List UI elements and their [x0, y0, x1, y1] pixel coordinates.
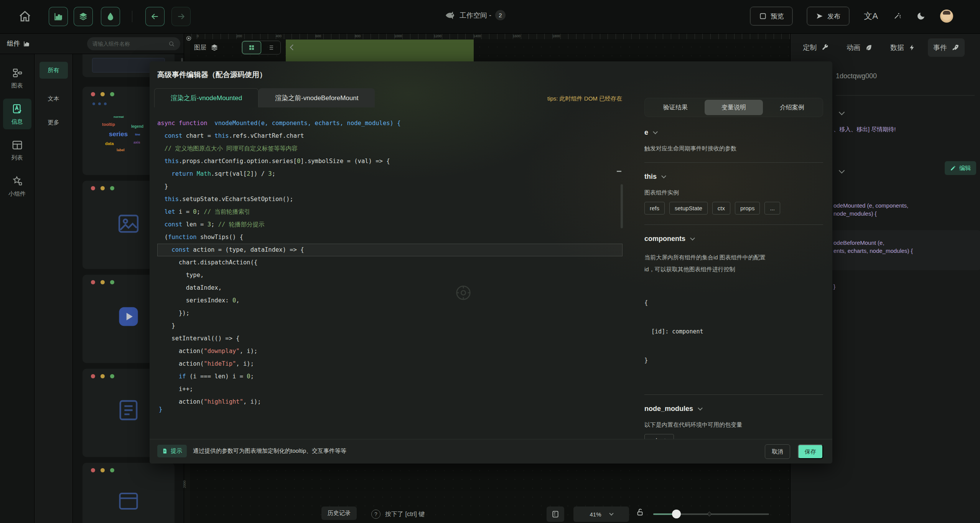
home-icon[interactable] [18, 10, 31, 25]
save-button[interactable]: 保存 [798, 444, 823, 459]
history-button[interactable]: 历史记录 [321, 507, 357, 520]
user-avatar[interactable] [940, 10, 953, 23]
rail-item-charts[interactable]: 图表 [3, 63, 31, 93]
theme-color-button[interactable] [101, 7, 120, 26]
publish-button[interactable]: 发布 [807, 7, 849, 25]
code-line[interactable]: action("hideTip", i); [157, 358, 623, 370]
tag-refs[interactable]: refs [644, 202, 665, 214]
tab-validation-result[interactable]: 验证结果 [646, 100, 705, 115]
code-line[interactable]: const action = (type, dataIndex) => { [157, 244, 623, 256]
zoom-select[interactable]: 41% [573, 507, 629, 522]
wordcloud-word: tooltip [102, 122, 115, 127]
ruler-number: 1600 [513, 34, 520, 38]
category-tab-all[interactable]: 所有 [40, 62, 68, 79]
code-line[interactable]: (function showTips() { [157, 231, 623, 244]
code-line[interactable]: seriesIndex: 0, [157, 294, 623, 307]
code-line[interactable]: dataIndex, [157, 282, 623, 294]
rail-item-info[interactable]: 信息 [3, 99, 31, 129]
tab-intro-examples[interactable]: 介绍案例 [763, 100, 821, 115]
tag-props[interactable]: props [735, 202, 760, 214]
layers-panel-toggle-button[interactable] [74, 7, 93, 26]
image-icon [116, 211, 141, 236]
rail-item-list[interactable]: 列表 [3, 135, 31, 165]
dark-mode-moon-icon[interactable] [916, 12, 926, 21]
undo-button[interactable] [145, 7, 165, 26]
code-line[interactable]: this.props.chartConfig.option.series[0].… [157, 155, 623, 168]
redo-button[interactable] [171, 7, 191, 26]
tab-customize[interactable]: 定制 [797, 38, 834, 57]
search-icon[interactable] [168, 41, 175, 47]
layers-icon [78, 12, 88, 21]
code-line[interactable]: const len = 3; // 轮播部分提示 [157, 218, 623, 231]
video-play-icon [117, 305, 140, 328]
panel-divider [836, 95, 975, 96]
ruler-corner-icon[interactable] [186, 35, 192, 43]
grid-view-button[interactable] [242, 41, 261, 54]
magic-wand-icon[interactable] [893, 12, 902, 21]
code-line[interactable]: if (i === len) i = 0; [157, 370, 623, 383]
code-line[interactable]: action("downplay", i); [157, 345, 623, 358]
component-search-input[interactable] [92, 41, 168, 47]
rail-item-widgets[interactable]: 小组件 [3, 171, 31, 201]
tab-animation[interactable]: 动画 [841, 38, 878, 57]
code-line[interactable]: setInterval(() => { [157, 332, 623, 345]
code-line[interactable]: let i = 0; // 当前轮播索引 [157, 206, 623, 218]
tab-vnode-mounted[interactable]: 渲染之后-vnodeMounted [154, 88, 259, 107]
section-this-header[interactable]: this [644, 173, 823, 181]
lock-toggle[interactable] [636, 508, 644, 516]
tab-data[interactable]: 数据 [885, 38, 921, 57]
tag-ellipsis[interactable]: ... [764, 202, 780, 214]
collapse-layers-button[interactable] [291, 44, 295, 51]
list-view-button[interactable] [261, 41, 280, 54]
zoom-slider[interactable] [653, 513, 769, 515]
code-line[interactable]: } [157, 180, 623, 193]
code-line[interactable]: // 定义地图原点大小 同理可自定义标签等等内容 [157, 142, 623, 155]
code-line[interactable]: }); [157, 307, 623, 320]
card-window-dots [82, 463, 175, 472]
rail-label: 信息 [12, 118, 23, 125]
category-tab-more[interactable]: 更多 [40, 114, 68, 131]
components-code-sample: { [id]: component } [644, 279, 823, 384]
code-line[interactable]: i++; [157, 383, 623, 396]
collapse-chevron[interactable] [840, 167, 844, 174]
category-tab-text[interactable]: 文本 [40, 90, 68, 107]
chart-panel-toggle-button[interactable] [49, 7, 68, 26]
code-line[interactable]: chart.dispatchAction({ [157, 256, 623, 269]
section-components-header[interactable]: components [644, 235, 823, 243]
panel-layout-button[interactable] [547, 507, 564, 522]
section-components-desc: 当前大屏内所有组件的集合id 图表组件中的配置 id，可以获取其他图表组件进行控… [644, 251, 823, 275]
tab-events[interactable]: 事件 [928, 38, 965, 57]
leaf-icon [865, 44, 873, 51]
section-e-header[interactable]: e [644, 129, 823, 137]
help-icon[interactable]: ? [371, 510, 380, 519]
wordcloud-word: normal [114, 115, 124, 119]
section-nodemodules-header[interactable]: node_modules [644, 405, 823, 413]
code-editor[interactable]: async function vnodeMounted(e, component… [157, 117, 623, 406]
code-line[interactable]: return Math.sqrt(val[2]) / 3; [157, 168, 623, 180]
code-line[interactable]: async function vnodeMounted(e, component… [157, 117, 623, 130]
language-icon[interactable]: 文A [864, 10, 878, 22]
tag-setupstate[interactable]: setupState [669, 202, 708, 214]
code-line[interactable]: type, [157, 269, 623, 282]
tip-text: 通过提供的参数可为图表增加定制化的tooltip、交互事件等等 [193, 447, 346, 455]
edit-lifecycle-button[interactable]: 编辑 [945, 161, 976, 175]
section-divider [644, 162, 823, 163]
component-card-clipped[interactable] [82, 463, 175, 523]
preview-button[interactable]: 预览 [750, 7, 792, 25]
code-line[interactable]: const chart = this.refs.vChartRef.chart [157, 130, 623, 142]
tab-variable-docs[interactable]: 变量说明 [705, 100, 763, 115]
cancel-button[interactable]: 取消 [765, 444, 790, 459]
tag-ctx[interactable]: ctx [712, 202, 730, 214]
collapse-chevron[interactable] [840, 109, 844, 116]
code-line[interactable]: } [157, 320, 623, 332]
ruler-number: 200 [236, 34, 242, 38]
tab-vnode-beforemount[interactable]: 渲染之前-vnodeBeforeMount [259, 88, 375, 107]
editor-scrollbar[interactable] [621, 184, 623, 228]
compass-watermark-icon [455, 284, 472, 303]
tab-label: 数据 [890, 43, 904, 52]
bar-chart-icon [53, 12, 63, 21]
code-line[interactable]: action("highlight", i); [157, 396, 623, 406]
code-line[interactable]: this.setupState.vEchartsSetOption(); [157, 193, 623, 206]
modal-footer: 提示 通过提供的参数可为图表增加定制化的tooltip、交互事件等等 取消 保存 [150, 439, 832, 464]
zoom-slider-thumb[interactable] [672, 510, 681, 518]
